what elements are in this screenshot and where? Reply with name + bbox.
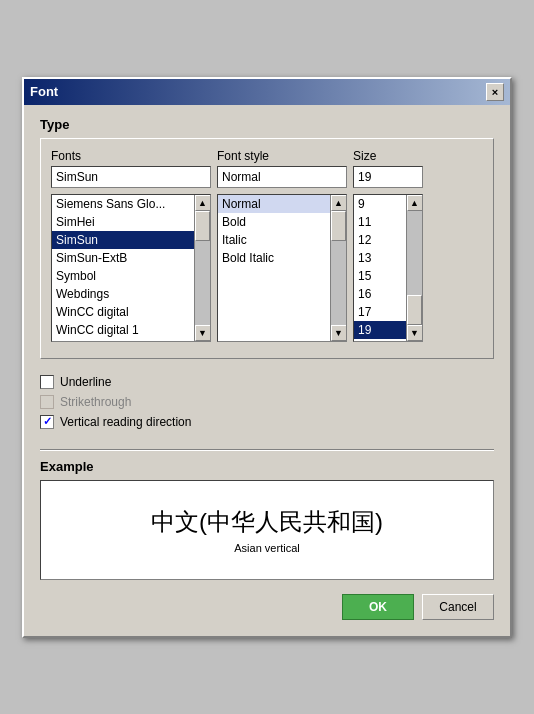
scroll-down-btn[interactable]: ▼ — [407, 325, 423, 341]
scroll-up-btn[interactable]: ▲ — [195, 195, 211, 211]
style-listbox-col: Normal Bold Italic Bold Italic ▲ ▼ — [217, 194, 347, 342]
list-item[interactable]: 19 — [354, 321, 406, 339]
fonts-scrollbar[interactable]: ▲ ▼ — [194, 195, 210, 341]
size-listbox-col: 9 11 12 13 15 16 17 19 ▲ — [353, 194, 423, 342]
size-col: Size — [353, 149, 423, 188]
list-item[interactable]: 12 — [354, 231, 406, 249]
list-item[interactable]: 9 — [354, 195, 406, 213]
scroll-thumb[interactable] — [407, 295, 422, 325]
style-scrollbar[interactable]: ▲ ▼ — [330, 195, 346, 341]
list-item[interactable]: WinCC digital 1 — [52, 321, 194, 339]
list-item[interactable]: SimHei — [52, 213, 194, 231]
list-item[interactable]: 16 — [354, 285, 406, 303]
type-section-label: Type — [40, 117, 494, 132]
ok-button[interactable]: OK — [342, 594, 414, 620]
column-labels: Fonts Font style Size — [51, 149, 483, 188]
example-box: 中文(中华人民共和国) Asian vertical — [40, 480, 494, 580]
scroll-up-btn[interactable]: ▲ — [331, 195, 347, 211]
scroll-up-btn[interactable]: ▲ — [407, 195, 423, 211]
list-item[interactable]: 11 — [354, 213, 406, 231]
vertical-reading-label: Vertical reading direction — [60, 415, 191, 429]
strikethrough-label: Strikethrough — [60, 395, 131, 409]
fonts-input[interactable] — [51, 166, 211, 188]
vertical-reading-row: Vertical reading direction — [40, 415, 494, 429]
underline-label: Underline — [60, 375, 111, 389]
example-section: Example 中文(中华人民共和国) Asian vertical — [40, 459, 494, 580]
listboxes-row: Siemens Sans Glo... SimHei SimSun SimSun… — [51, 194, 483, 342]
scroll-thumb[interactable] — [195, 211, 210, 241]
size-listbox-items: 9 11 12 13 15 16 17 19 — [354, 195, 406, 341]
scroll-down-btn[interactable]: ▼ — [331, 325, 347, 341]
list-item[interactable]: 13 — [354, 249, 406, 267]
list-item[interactable]: Bold Italic — [218, 249, 330, 267]
fonts-listbox-col: Siemens Sans Glo... SimHei SimSun SimSun… — [51, 194, 211, 342]
vertical-reading-checkbox[interactable] — [40, 415, 54, 429]
divider — [40, 449, 494, 451]
list-item[interactable]: SimSun-ExtB — [52, 249, 194, 267]
fonts-label: Fonts — [51, 149, 211, 163]
fonts-col: Fonts — [51, 149, 211, 188]
options-section: Underline Strikethrough Vertical reading… — [40, 369, 494, 441]
size-listbox[interactable]: 9 11 12 13 15 16 17 19 ▲ — [353, 194, 423, 342]
title-bar: Font × — [24, 79, 510, 105]
list-item[interactable]: Symbol — [52, 267, 194, 285]
size-label: Size — [353, 149, 423, 163]
type-section: Fonts Font style Size — [40, 138, 494, 359]
strikethrough-row: Strikethrough — [40, 395, 494, 409]
list-item[interactable]: Italic — [218, 231, 330, 249]
scroll-track — [331, 211, 346, 325]
list-item[interactable]: Normal — [218, 195, 330, 213]
dialog-body: Type Fonts Font style Size — [24, 105, 510, 636]
style-input[interactable] — [217, 166, 347, 188]
style-col: Font style — [217, 149, 347, 188]
size-input[interactable] — [353, 166, 423, 188]
list-item[interactable]: Siemens Sans Glo... — [52, 195, 194, 213]
fonts-listbox[interactable]: Siemens Sans Glo... SimHei SimSun SimSun… — [51, 194, 211, 342]
list-item[interactable]: WinCC digital — [52, 303, 194, 321]
size-scrollbar[interactable]: ▲ ▼ — [406, 195, 422, 341]
scroll-track — [195, 211, 210, 325]
fonts-listbox-items: Siemens Sans Glo... SimHei SimSun SimSun… — [52, 195, 194, 341]
style-listbox[interactable]: Normal Bold Italic Bold Italic ▲ ▼ — [217, 194, 347, 342]
button-row: OK Cancel — [40, 594, 494, 624]
scroll-track — [407, 211, 422, 325]
scroll-thumb[interactable] — [331, 211, 346, 241]
example-label: Example — [40, 459, 494, 474]
cancel-button[interactable]: Cancel — [422, 594, 494, 620]
list-item[interactable]: Webdings — [52, 285, 194, 303]
list-item[interactable]: SimSun — [52, 231, 194, 249]
close-button[interactable]: × — [486, 83, 504, 101]
font-dialog: Font × Type Fonts Font style Size — [22, 77, 512, 638]
list-item[interactable]: Bold — [218, 213, 330, 231]
style-listbox-items: Normal Bold Italic Bold Italic — [218, 195, 330, 341]
style-label: Font style — [217, 149, 347, 163]
example-chinese-text: 中文(中华人民共和国) — [151, 506, 383, 538]
underline-checkbox[interactable] — [40, 375, 54, 389]
list-item[interactable]: 15 — [354, 267, 406, 285]
scroll-down-btn[interactable]: ▼ — [195, 325, 211, 341]
underline-row: Underline — [40, 375, 494, 389]
dialog-title: Font — [30, 84, 58, 99]
strikethrough-checkbox[interactable] — [40, 395, 54, 409]
example-sub-text: Asian vertical — [234, 542, 299, 554]
list-item[interactable]: 17 — [354, 303, 406, 321]
